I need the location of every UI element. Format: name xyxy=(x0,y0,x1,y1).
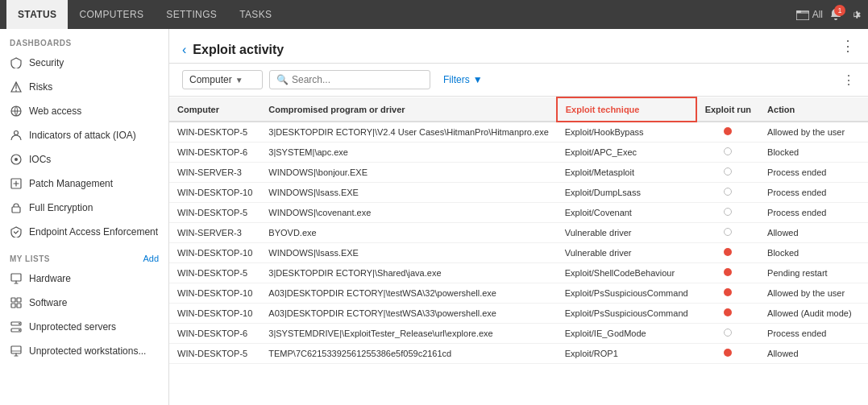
sidebar-item-patch-management[interactable]: Patch Management xyxy=(0,172,168,196)
exploit-run-dot-empty xyxy=(724,228,732,236)
sidebar-item-web-access[interactable]: Web access xyxy=(0,99,168,123)
my-lists-title: MY LISTS xyxy=(10,254,50,263)
cell-technique: Exploit/ShellCodeBehaviour xyxy=(557,263,696,283)
settings-button[interactable] xyxy=(849,8,862,21)
tab-computers[interactable]: COMPUTERS xyxy=(68,0,155,29)
table-row[interactable]: WIN-DESKTOP-6 3|SYSTEMDRIVE|\ExploitTest… xyxy=(169,324,868,344)
filters-button[interactable]: Filters ▼ xyxy=(443,74,483,85)
cell-exploit-run xyxy=(696,324,759,344)
cell-exploit-run xyxy=(696,203,759,223)
sidebar-item-unprotected-servers[interactable]: Unprotected servers xyxy=(0,315,168,339)
header-more-button[interactable]: ⋮ xyxy=(841,37,855,63)
sidebar-label-risks: Risks xyxy=(29,81,52,93)
folder-icon xyxy=(796,9,809,20)
exploit-run-dot-empty xyxy=(724,147,732,155)
table-row[interactable]: WIN-DESKTOP-5 3|DESKTOPDIR ECTORY|\Share… xyxy=(169,263,868,283)
sidebar-item-security[interactable]: Security xyxy=(0,51,168,75)
sidebar-label-ioa: Indicators of attack (IOA) xyxy=(29,130,136,141)
col-exploit-run[interactable]: Exploit run xyxy=(696,97,759,122)
cell-date: 8/29/2024 9:30:10 AM xyxy=(860,223,868,243)
col-computer[interactable]: Computer xyxy=(169,97,260,122)
computer-filter-dropdown[interactable]: Computer ▼ xyxy=(182,70,263,89)
exploit-run-dot-red xyxy=(724,127,732,135)
sidebar-label-encryption: Full Encryption xyxy=(29,202,93,213)
sidebar-item-ioa[interactable]: Indicators of attack (IOA) xyxy=(0,123,168,147)
svg-rect-9 xyxy=(11,298,15,302)
exploit-run-dot-empty xyxy=(724,167,732,176)
sidebar-item-full-encryption[interactable]: Full Encryption xyxy=(0,196,168,220)
top-nav-right: All 1 xyxy=(796,8,862,21)
all-button[interactable]: All xyxy=(796,9,823,20)
cell-computer: WIN-DESKTOP-5 xyxy=(169,263,260,283)
cell-exploit-run xyxy=(696,183,759,203)
table-row[interactable]: WIN-DESKTOP-10 WINDOWS|\lsass.EXE Exploi… xyxy=(169,183,868,203)
tab-settings[interactable]: SETTINGS xyxy=(155,0,228,29)
add-list-button[interactable]: Add xyxy=(143,254,159,263)
cell-date: 8/29/2024 8:36:27 AM xyxy=(860,283,868,304)
cell-action: Allowed by the user xyxy=(759,122,860,143)
table-row[interactable]: WIN-SERVER-3 WINDOWS|\bonjour.EXE Exploi… xyxy=(169,163,868,183)
cell-action: Blocked xyxy=(759,143,860,163)
cell-computer: WIN-DESKTOP-6 xyxy=(169,324,260,344)
cell-computer: WIN-DESKTOP-6 xyxy=(169,143,260,163)
cell-program: WINDOWS|\lsass.EXE xyxy=(260,183,556,203)
chevron-down-icon: ▼ xyxy=(235,76,243,85)
cell-action: Blocked xyxy=(759,243,860,263)
cell-exploit-run xyxy=(696,304,759,324)
sidebar-label-iocs: IOCs xyxy=(29,154,51,165)
sidebar-item-unprotected-workstations[interactable]: Unprotected workstations... xyxy=(0,339,168,363)
col-date[interactable]: Date ↓ xyxy=(860,97,868,122)
sidebar-item-risks[interactable]: Risks xyxy=(0,75,168,99)
sidebar-item-endpoint[interactable]: Endpoint Access Enforcement xyxy=(0,220,168,244)
cell-computer: WIN-DESKTOP-10 xyxy=(169,304,260,324)
dashboards-section-title: DASHBOARDS xyxy=(0,29,168,51)
cell-technique: Exploit/DumpLsass xyxy=(557,183,696,203)
cell-computer: WIN-DESKTOP-10 xyxy=(169,283,260,304)
table-row[interactable]: WIN-DESKTOP-10 WINDOWS|\lsass.EXE Vulner… xyxy=(169,243,868,263)
sidebar-item-software[interactable]: Software xyxy=(0,291,168,315)
notification-button[interactable]: 1 xyxy=(829,8,842,21)
cell-exploit-run xyxy=(696,283,759,304)
cell-exploit-run xyxy=(696,223,759,243)
content-area: ‹ Exploit activity ⋮ Computer ▼ 🔍 Filter… xyxy=(169,29,868,405)
cell-computer: WIN-DESKTOP-5 xyxy=(169,122,260,143)
lock-icon xyxy=(10,201,23,214)
table-row[interactable]: WIN-SERVER-3 BYOVD.exe Vulnerable driver… xyxy=(169,223,868,243)
content-header: ‹ Exploit activity ⋮ xyxy=(169,29,868,64)
table-row[interactable]: WIN-DESKTOP-6 3|SYSTEM|\apc.exe Exploit/… xyxy=(169,143,868,163)
back-button[interactable]: ‹ xyxy=(182,43,186,57)
table-row[interactable]: WIN-DESKTOP-5 WINDOWS|\covenant.exe Expl… xyxy=(169,203,868,223)
warning-icon xyxy=(10,81,23,93)
toolbar: Computer ▼ 🔍 Filters ▼ ⋮ xyxy=(169,64,868,97)
cell-technique: Exploit/PsSuspiciousCommand xyxy=(557,304,696,324)
search-input[interactable] xyxy=(292,74,423,85)
sidebar-item-hardware[interactable]: Hardware xyxy=(0,267,168,291)
search-icon: 🔍 xyxy=(276,74,289,85)
cell-program: TEMP\7C62153392561255386e5f059c2161cd xyxy=(260,344,556,364)
svg-point-5 xyxy=(15,158,18,161)
toolbar-more-button[interactable]: ⋮ xyxy=(842,72,855,88)
cell-technique: Vulnerable driver xyxy=(557,243,696,263)
tab-tasks[interactable]: TASKS xyxy=(228,0,283,29)
cell-exploit-run xyxy=(696,143,759,163)
exploit-run-dot-red xyxy=(724,248,732,256)
cell-action: Process ended xyxy=(759,324,860,344)
table-row[interactable]: WIN-DESKTOP-5 TEMP\7C62153392561255386e5… xyxy=(169,344,868,364)
cell-computer: WIN-DESKTOP-5 xyxy=(169,203,260,223)
svg-rect-7 xyxy=(12,207,20,213)
table-row[interactable]: WIN-DESKTOP-10 A03|DESKTOPDIR ECTORY|\te… xyxy=(169,304,868,324)
tab-status[interactable]: STATUS xyxy=(6,0,68,29)
col-action[interactable]: Action xyxy=(759,97,860,122)
col-technique[interactable]: Exploit technique xyxy=(557,97,696,122)
cell-technique: Exploit/IE_GodMode xyxy=(557,324,696,344)
table-row[interactable]: WIN-DESKTOP-10 A03|DESKTOPDIR ECTORY|\te… xyxy=(169,283,868,304)
notification-badge: 1 xyxy=(834,5,845,16)
cell-action: Allowed xyxy=(759,223,860,243)
cell-technique: Exploit/ROP1 xyxy=(557,344,696,364)
cell-program: 3|DESKTOPDIR ECTORY|\Shared\java.exe xyxy=(260,263,556,283)
table-row[interactable]: WIN-DESKTOP-5 3|DESKTOPDIR ECTORY|\V2.4 … xyxy=(169,122,868,143)
cell-computer: WIN-DESKTOP-10 xyxy=(169,183,260,203)
cell-technique: Exploit/Metasploit xyxy=(557,163,696,183)
sidebar-item-iocs[interactable]: IOCs xyxy=(0,147,168,172)
col-program[interactable]: Compromised program or driver xyxy=(260,97,556,122)
